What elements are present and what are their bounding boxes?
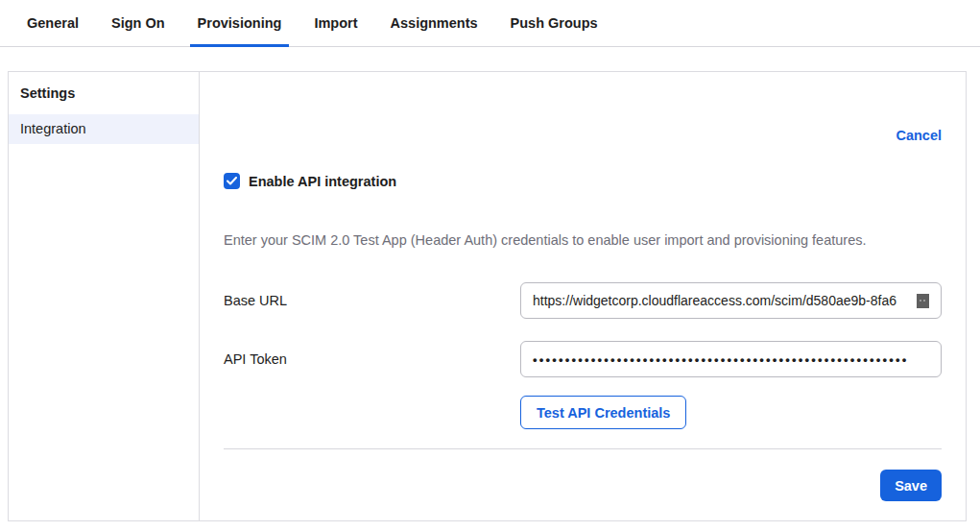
base-url-input[interactable]: https://widgetcorp.cloudflareaccess.com/… xyxy=(520,282,942,319)
enable-api-integration-row: Enable API integration xyxy=(224,173,942,189)
sidebar-item-integration[interactable]: Integration xyxy=(9,114,199,144)
text-selection-overflow-indicator xyxy=(917,294,929,308)
credentials-description: Enter your SCIM 2.0 Test App (Header Aut… xyxy=(224,232,942,248)
cancel-button[interactable]: Cancel xyxy=(896,128,942,143)
base-url-label: Base URL xyxy=(224,293,520,308)
tab-import[interactable]: Import xyxy=(306,0,365,46)
tab-general[interactable]: General xyxy=(19,0,86,46)
enable-api-integration-label: Enable API integration xyxy=(249,174,396,189)
test-api-credentials-button[interactable]: Test API Credentials xyxy=(520,396,686,429)
integration-settings-form: Cancel Enable API integration Enter your… xyxy=(200,72,966,520)
tab-assignments[interactable]: Assignments xyxy=(383,0,486,46)
provisioning-panel: Settings Integration Cancel Enable API i… xyxy=(8,71,967,521)
tab-sign-on[interactable]: Sign On xyxy=(104,0,173,46)
api-token-label: API Token xyxy=(224,351,520,367)
base-url-value: https://widgetcorp.cloudflareaccess.com/… xyxy=(533,293,919,308)
check-icon xyxy=(227,177,237,185)
api-token-masked-value: ••••••••••••••••••••••••••••••••••••••••… xyxy=(533,352,909,367)
enable-api-integration-checkbox[interactable] xyxy=(224,173,240,189)
app-tab-bar: General Sign On Provisioning Import Assi… xyxy=(0,0,980,47)
form-actions-top: Cancel xyxy=(224,128,942,143)
tab-provisioning[interactable]: Provisioning xyxy=(190,0,290,46)
save-button[interactable]: Save xyxy=(880,470,942,501)
settings-sidebar: Settings Integration xyxy=(9,72,200,520)
form-actions-bottom: Save xyxy=(224,470,942,501)
footer-divider xyxy=(224,448,942,449)
api-token-input[interactable]: ••••••••••••••••••••••••••••••••••••••••… xyxy=(520,341,942,377)
tab-push-groups[interactable]: Push Groups xyxy=(503,0,606,46)
base-url-row: Base URL https://widgetcorp.cloudflareac… xyxy=(224,282,942,319)
api-token-row: API Token ••••••••••••••••••••••••••••••… xyxy=(224,341,942,377)
sidebar-header-settings: Settings xyxy=(9,82,199,114)
test-credentials-row: Test API Credentials xyxy=(224,396,942,429)
